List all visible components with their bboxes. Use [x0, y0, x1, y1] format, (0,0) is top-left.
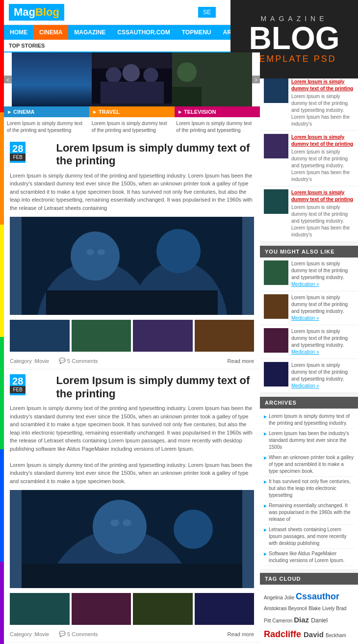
sidebar-story-body-1: Lorem Ipsum is simply dummy text of the …: [291, 93, 354, 128]
nav-cssauthor[interactable]: CSSAUTHOR.COM: [111, 25, 176, 40]
you-might-title: YOU MIGHT ALSO LIKE: [260, 246, 358, 258]
tag-cssauthor[interactable]: Cssauthor: [296, 592, 339, 601]
article-2-title[interactable]: Lorem Ipsum is simply dummy text of the …: [56, 374, 254, 400]
sidebar-story-img-3: [264, 189, 288, 214]
you-might-img-3: [264, 328, 288, 353]
sidebar-story-link-2[interactable]: Lorem Ipsum is simply dummy text of the …: [291, 134, 354, 148]
archive-item-3: When an unknown printer took a galley of…: [264, 453, 354, 477]
cat-desc-travel: Lorem Ipsum is simply dummy text of the …: [92, 120, 173, 134]
archive-text-7: Software like Aldus PageMaker including …: [269, 550, 354, 564]
tag-david[interactable]: David: [304, 630, 326, 639]
svg-point-21: [86, 249, 94, 255]
article-1-category: Category :: [10, 358, 35, 364]
sidebar-story-img-2: [264, 134, 288, 158]
article-1: 28 FEB Lorem Ipsum is simply dummy text …: [4, 137, 260, 369]
article-1-read-more[interactable]: Read more: [228, 358, 254, 364]
you-might-link-4[interactable]: Medication »: [291, 383, 319, 388]
tag-beckham[interactable]: Beckham: [326, 633, 346, 638]
archive-text-6: Letraset sheets containing Lorem Ipsum p…: [269, 526, 354, 547]
nav-home[interactable]: HOME: [4, 25, 33, 40]
svg-rect-20: [46, 290, 218, 315]
thumb-2-4: [195, 593, 255, 625]
sidebar-story-img-1: [264, 78, 288, 103]
sidebar-story-link-1[interactable]: Lorem Ipsum is simply dummy text of the …: [291, 78, 354, 92]
article-1-comments[interactable]: 5 Comments: [67, 358, 98, 364]
you-might-text-4: Lorem Ipsum is simply dummy text of the …: [291, 362, 354, 389]
sidebar-story-1: Lorem Ipsum is simply dummy text of the …: [260, 76, 358, 131]
sidebar-story-link-3[interactable]: Lorem Ipsum is simply dummy text of the …: [291, 189, 354, 203]
archive-item-2: Lorem Ipsum has been the industry's stan…: [264, 429, 354, 453]
television-arrow: ▶: [179, 110, 181, 114]
thumb-2-3: [133, 593, 193, 625]
article-2: 28 FEB Lorem Ipsum is simply dummy text …: [4, 369, 260, 643]
sidebar-story-body-3: Lorem Ipsum is simply dummy text of the …: [291, 204, 354, 238]
article-2-cat-value[interactable]: Movie: [35, 631, 49, 637]
article-2-day: 28: [10, 376, 26, 386]
cat-cinema-label: CINEMA: [13, 109, 34, 115]
featured-wrapper: ‹: [4, 52, 260, 106]
nav-magazine[interactable]: MAGAZINE: [68, 25, 111, 40]
cat-travel[interactable]: ▶ TRAVEL: [89, 106, 175, 117]
tag-beyonce[interactable]: Beyoncé: [288, 606, 308, 611]
archives-title: ARCHIVES: [260, 397, 358, 409]
thumb-1-1: [10, 320, 70, 352]
svg-point-29: [123, 519, 131, 526]
article-2-main-img: [10, 490, 254, 588]
you-might-link-3[interactable]: Medication »: [291, 349, 319, 355]
article-2-date: 28 FEB: [10, 374, 26, 395]
nav-topmenu[interactable]: TOPMENU: [176, 25, 217, 40]
thumb-2-2: [72, 593, 131, 625]
svg-rect-11: [101, 81, 164, 103]
featured-prev[interactable]: ‹: [4, 76, 12, 83]
tag-radcliffe[interactable]: Radcliffe: [264, 629, 304, 639]
thumb-1-3: [133, 320, 193, 352]
tag-cameron[interactable]: Cameron: [272, 618, 294, 623]
article-2-body: Lorem Ipsum is simply dummy text of the …: [10, 404, 254, 485]
svg-rect-27: [22, 564, 242, 588]
article-2-read-more[interactable]: Read more: [228, 631, 254, 637]
article-1-title[interactable]: Lorem Ipsum is simply dummy text of the …: [56, 142, 254, 168]
sidebar-story-text-1: Lorem Ipsum is simply dummy text of the …: [291, 78, 354, 128]
featured-next[interactable]: ›: [252, 76, 260, 83]
tag-blake[interactable]: Blake Lively: [308, 606, 336, 611]
archive-item-5: Remaining essentially unchanged. It was …: [264, 501, 354, 525]
article-1-cat-value[interactable]: Movie: [35, 358, 49, 364]
archives-section: Lorem Ipsum is simply dummy text of the …: [260, 409, 358, 569]
article-1-main-img: [10, 217, 254, 315]
nav-cinema[interactable]: CINEMA: [33, 25, 68, 40]
category-labels: ▶ CINEMA ▶ TRAVEL ▶ TELEVISION: [4, 106, 260, 117]
article-2-thumbs: [10, 593, 254, 625]
featured-image-1: [12, 52, 92, 106]
archive-text-3: When an unknown printer took a galley of…: [269, 454, 354, 475]
thumb-1-2: [72, 320, 131, 352]
tag-daniel[interactable]: Daniel: [311, 617, 328, 624]
search-button[interactable]: SE: [198, 7, 216, 18]
content-area: ‹: [4, 52, 260, 644]
article-2-comments[interactable]: 5 Comments: [67, 631, 98, 637]
tag-angelina[interactable]: Angelina Jolie: [264, 595, 296, 600]
cat-television[interactable]: ▶ TELEVISION: [175, 106, 260, 117]
header: MagBlog MAGAZINE BLOG TEMPLATE PSD SE: [4, 0, 358, 25]
svg-point-25: [93, 500, 147, 554]
sidebar-story-3: Lorem Ipsum is simply dummy text of the …: [260, 186, 358, 242]
you-might-body-4: Lorem Ipsum is simply dummy text of the …: [291, 362, 348, 382]
svg-point-1: [16, 86, 60, 106]
you-might-link-2[interactable]: Medication »: [291, 315, 319, 321]
svg-point-26: [174, 510, 213, 549]
tag-aristo[interactable]: Aristokrasi: [264, 606, 288, 611]
cat-cinema[interactable]: ▶ CINEMA: [4, 106, 89, 117]
you-might-link-1[interactable]: Medication »: [291, 282, 319, 287]
featured-image-2: [92, 52, 172, 106]
you-might-section: Lorem Ipsum is simply dummy text of the …: [260, 258, 358, 393]
svg-point-19: [156, 229, 201, 273]
you-might-img-1: [264, 260, 288, 285]
sidebar-story-body-2: Lorem Ipsum is simply dummy text of the …: [291, 149, 354, 183]
logo[interactable]: MagBlog: [9, 4, 64, 21]
svg-point-28: [110, 519, 119, 526]
cat-desc-cinema: Lorem Ipsum is simply dummy text of the …: [7, 120, 88, 134]
watermark-template: TEMPLATE PSD: [252, 54, 336, 64]
svg-point-10: [144, 68, 158, 82]
main-row: ‹: [4, 52, 358, 644]
svg-point-8: [106, 67, 122, 83]
tag-diaz[interactable]: Diaz: [294, 616, 311, 624]
